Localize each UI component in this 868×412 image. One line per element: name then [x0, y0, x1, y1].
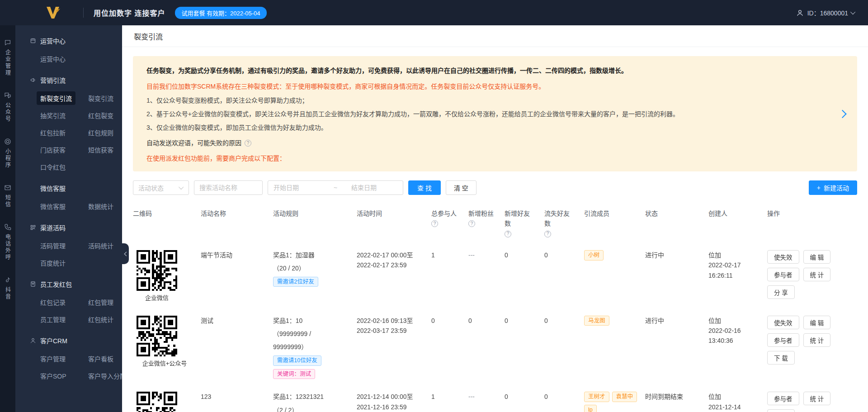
sidebar-item-customer-sop[interactable]: 客户SOP [37, 369, 70, 383]
sidebar-item-redpacket-stats[interactable]: 红包统计 [85, 313, 117, 326]
sidebar-section-operation: 运营中心 运营中心 [15, 36, 122, 66]
share-button[interactable]: 分 享 [767, 285, 795, 299]
sidebar-section-header[interactable]: 运营中心 [15, 36, 122, 45]
user-account-menu[interactable]: ID：16800001 [796, 8, 855, 17]
calendar-icon [30, 38, 36, 44]
activity-status-select[interactable]: 活动状态 [133, 180, 189, 195]
col-header-total: 总参与人 [431, 208, 468, 227]
sidebar-item-customer-manage[interactable]: 客户管理 [37, 352, 69, 365]
rail-item-official-account[interactable]: 公众号 [4, 92, 12, 123]
sidebar-item-qrcode-manage[interactable]: 活码管理 [37, 239, 69, 252]
section-title: 运营中心 [40, 36, 66, 45]
sidebar-item-fission[interactable]: 裂变引流 [85, 91, 117, 105]
download-button[interactable]: 下 载 [767, 351, 795, 365]
qr-code-image[interactable] [137, 316, 177, 356]
header-label: 总参与人 [431, 208, 457, 218]
rail-item-label: 抖音 [4, 287, 12, 300]
sidebar-section-header[interactable]: 员工发红包 [15, 279, 122, 289]
sidebar-item-new-fission[interactable]: 新裂变引流 [37, 91, 75, 105]
edit-button[interactable]: 编 辑 [803, 316, 831, 329]
sidebar-item-baidu-stats[interactable]: 百度统计 [37, 256, 69, 270]
rail-item-phone-call[interactable]: 电话外呼 [4, 223, 12, 261]
sidebar-section-header[interactable]: 客户CRM [15, 336, 122, 345]
brand-logo[interactable] [45, 6, 61, 19]
status-text: 时间到期结束 [645, 392, 708, 402]
delete-button[interactable]: 删 除 [767, 409, 795, 412]
help-icon[interactable] [245, 140, 251, 147]
help-icon[interactable] [505, 231, 511, 237]
qr-code-image[interactable] [137, 392, 177, 412]
header-label: 新增好友数 [505, 208, 535, 229]
sidebar-section-wechat-service: 微信客服 微信客服 数据统计 [15, 184, 122, 213]
rail-item-label: 电话外呼 [4, 234, 12, 261]
sidebar-section-header[interactable]: 渠道活码 [15, 223, 122, 232]
rail-item-douyin[interactable]: 抖音 [4, 276, 12, 300]
sidebar-item-sms-acquire[interactable]: 短信获客 [85, 143, 117, 156]
created-time: 13:40:36 [708, 336, 761, 346]
sidebar-item-redpacket-fission[interactable]: 红包裂变 [85, 109, 117, 122]
sidebar-item-redpacket-rules[interactable]: 红包规则 [85, 126, 117, 139]
sidebar-item-customer-import[interactable]: 客户导入分配 [85, 369, 122, 383]
new-fans: 0 [468, 316, 505, 326]
stats-button[interactable]: 统 计 [803, 268, 831, 281]
help-icon[interactable] [431, 220, 438, 227]
plus-icon: + [817, 184, 821, 191]
sidebar-item-customer-board[interactable]: 客户看板 [85, 352, 117, 365]
sidebar-item-operation-center[interactable]: 运营中心 [37, 52, 69, 66]
sidebar-item-store-acquire[interactable]: 门店获客 [37, 143, 69, 156]
qr-code-image[interactable] [137, 250, 177, 291]
sidebar-item-wechat-service[interactable]: 微信客服 [37, 199, 69, 213]
search-activity-input[interactable] [194, 180, 263, 195]
search-button[interactable]: 查 找 [408, 180, 441, 195]
sidebar-item-password-redpacket[interactable]: 口令红包 [37, 160, 69, 174]
phone-icon [4, 223, 11, 231]
end-date-input[interactable] [351, 184, 397, 191]
participants-button[interactable]: 参与者 [767, 392, 799, 405]
rail-item-enterprise[interactable]: 企业管理 [4, 39, 12, 76]
created-time: 16:26:11 [708, 270, 761, 280]
stats-button[interactable]: 统 计 [803, 333, 831, 347]
creator-name: 位加 [708, 392, 761, 402]
sidebar-item-redpacket-new[interactable]: 红包拉新 [37, 126, 69, 139]
new-activity-button[interactable]: + 新建活动 [809, 180, 857, 195]
help-icon[interactable] [468, 220, 475, 227]
sidebar-item-redpacket-manage[interactable]: 红包管理 [85, 295, 117, 309]
new-friends: 0 [505, 250, 544, 260]
col-header-lost-friends: 流失好友数 [544, 208, 584, 237]
rail-item-sms[interactable]: 短信 [4, 184, 12, 208]
help-icon[interactable] [544, 231, 551, 237]
prize-line: （99999999 / [273, 329, 311, 339]
invite-tag: 需邀请10位好友 [273, 355, 321, 366]
module-rail: 企业管理 公众号 小程序 短信 电话外呼 抖音 [0, 25, 15, 412]
date-range-picker[interactable]: ~ [268, 180, 403, 195]
stats-button[interactable]: 统 计 [803, 392, 831, 405]
edit-button[interactable]: 编 辑 [803, 250, 831, 264]
participants-button[interactable]: 参与者 [767, 268, 799, 281]
section-title: 微信客服 [40, 184, 66, 193]
invalidate-button[interactable]: 使失效 [767, 316, 799, 329]
prize-line: 奖品1：加湿器 [273, 250, 315, 260]
rail-item-label: 小程序 [4, 148, 12, 169]
rail-item-miniprogram[interactable]: 小程序 [4, 138, 12, 169]
sidebar-collapse-handle[interactable] [122, 243, 129, 264]
banner-warning-line: 目前我们位加数字SCRM系统存在三种裂变模式：至于使用哪种裂变模式，商家可根据自… [146, 82, 828, 91]
prize-line: （20 / 20） [273, 263, 305, 273]
new-friends: 0 [505, 392, 544, 402]
start-date-input[interactable] [274, 184, 320, 191]
sidebar-section-header[interactable]: 微信客服 [15, 184, 122, 193]
clear-button[interactable]: 清 空 [446, 180, 476, 195]
participants-button[interactable]: 参与者 [767, 333, 799, 347]
banner-next-button[interactable] [840, 111, 845, 117]
new-activity-label: 新建活动 [824, 183, 849, 192]
sidebar-item-qrcode-stats[interactable]: 活码统计 [85, 239, 117, 252]
sidebar-item-staff-manage[interactable]: 员工管理 [37, 313, 69, 326]
sidebar-item-redpacket-records[interactable]: 红包记录 [37, 295, 69, 309]
sidebar-item-lottery[interactable]: 抽奖引流 [37, 109, 69, 122]
sidebar-section-header[interactable]: 营销引流 [15, 76, 122, 85]
total-participants: 1 [431, 392, 468, 402]
invalidate-button[interactable]: 使失效 [767, 250, 799, 264]
sidebar-item-data-stats[interactable]: 数据统计 [85, 199, 117, 213]
banner-line-3: 3、仅企业微信的裂变模式，即加员工企业微信为好友助力成功。 [146, 123, 828, 133]
col-header-new-fans: 新增粉丝 [468, 208, 505, 227]
range-separator: ~ [322, 184, 349, 191]
